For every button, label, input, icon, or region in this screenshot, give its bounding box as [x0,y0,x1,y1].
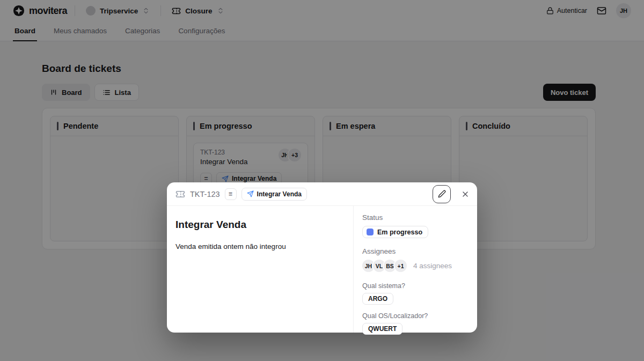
field-label-sistema: Qual sistema? [362,282,469,290]
assignee-count: 4 assignees [413,262,452,270]
field-value-sistema: ARGO [362,293,393,305]
ticket-detail-modal: TKT-123 = Integrar Venda Integrar Venda … [167,182,477,333]
field-label-os-localizador: Qual OS/Localizador? [362,312,469,320]
send-icon [247,190,254,197]
pencil-icon [438,190,446,198]
status-value: Em progresso [377,229,422,236]
modal-tag-label: Integrar Venda [257,190,302,198]
status-badge[interactable]: Em progresso [362,226,428,238]
modal-ticket-id: TKT-123 [190,190,220,198]
ticket-description: Venda emitida ontem não integrou [175,242,345,251]
ticket-icon [175,189,185,199]
assignees-label: Assignees [362,247,469,255]
status-color-dot [367,229,374,235]
modal-main: Integrar Venda Venda emitida ontem não i… [167,206,353,333]
field-value-os-localizador: QWUERT [362,323,402,335]
close-icon [461,190,470,198]
status-label: Status [362,213,469,222]
priority-badge: = [225,188,237,200]
edit-button[interactable] [433,185,451,203]
ticket-title: Integrar Venda [175,219,345,231]
modal-header: TKT-123 = Integrar Venda [167,182,477,206]
assignees-row: JH VL BS +1 4 assignees [362,260,469,272]
modal-body: Integrar Venda Venda emitida ontem não i… [167,206,477,333]
assignee-overflow: +1 [394,260,407,272]
modal-tag: Integrar Venda [241,188,307,201]
close-button[interactable] [461,190,470,198]
modal-sidebar: Status Em progresso Assignees JH VL BS +… [353,206,477,333]
